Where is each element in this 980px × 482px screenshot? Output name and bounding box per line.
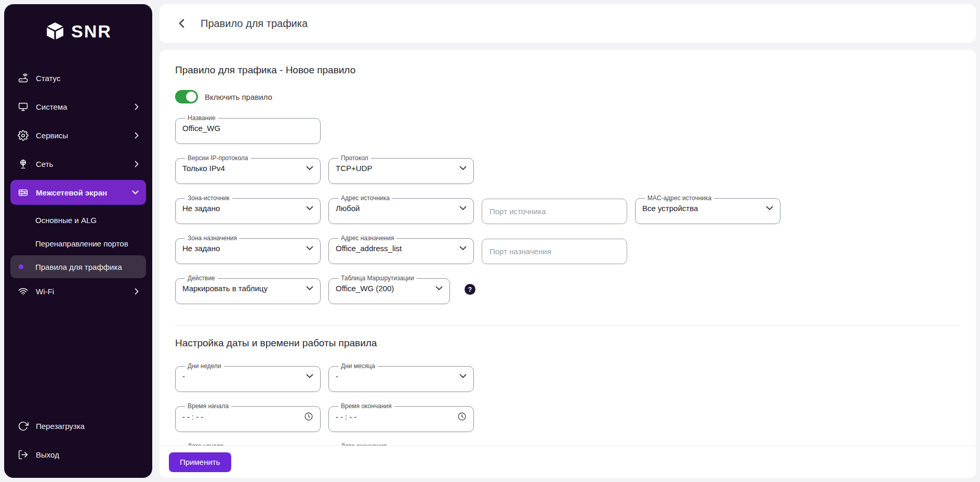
time-end-value: --:-- (336, 412, 359, 421)
source-zone-select[interactable]: Зона-источник Не задано (175, 194, 321, 224)
sidebar-bottom-menu: Перезагрузка Выход (4, 413, 152, 471)
action-value: Маркировать в таблицу (182, 284, 268, 293)
sidebar-item-system[interactable]: Система (10, 94, 146, 119)
sidebar-item-network[interactable]: Сеть (10, 151, 146, 176)
chevron-right-icon (135, 288, 139, 295)
rule-form-card: Правило для трафика - Новое правило Вклю… (160, 50, 976, 478)
ip-version-label: Версии IP-протокола (185, 154, 251, 162)
sidebar-item-reboot[interactable]: Перезагрузка (10, 413, 146, 438)
toggle-knob (186, 92, 196, 102)
apply-button[interactable]: Применить (169, 452, 231, 472)
name-field[interactable]: Название Office_WG (175, 114, 321, 144)
schedule-section-title: Настройка даты и времени работы правила (175, 337, 960, 349)
destination-address-select[interactable]: Адрес назначения Office_address_list (328, 235, 474, 264)
sidebar-item-services[interactable]: Сервисы (10, 123, 146, 148)
source-mac-label: MAC-адрес источника (645, 194, 714, 202)
chevron-down-icon (306, 246, 313, 251)
action-select[interactable]: Действие Маркировать в таблицу (175, 275, 321, 304)
routing-table-label: Таблица Маршрутизации (338, 275, 417, 282)
week-days-select[interactable]: Дни недели - (175, 362, 321, 392)
firewall-icon (18, 187, 29, 198)
help-icon[interactable]: ? (465, 284, 475, 295)
back-chevron-icon[interactable] (177, 19, 187, 28)
sidebar-item-label: Статус (36, 74, 60, 83)
destination-zone-value: Не задано (182, 244, 220, 253)
sidebar-item-label: Система (36, 102, 67, 111)
app-root: SNR Статус Система (0, 0, 980, 482)
routing-table-select[interactable]: Таблица Маршрутизации Office_WG (200) (328, 275, 450, 304)
ip-version-value: Только IPv4 (182, 164, 225, 173)
protocol-value: TCP+UDP (336, 164, 372, 173)
source-address-label: Адрес источника (338, 194, 392, 202)
action-label: Действие (185, 275, 218, 282)
form-footer: Применить (160, 446, 976, 478)
sidebar-item-label: Wi-Fi (36, 287, 54, 296)
month-days-select[interactable]: Дни месяца - (328, 362, 474, 392)
gear-icon (18, 130, 29, 141)
sidebar-item-logout[interactable]: Выход (10, 442, 146, 467)
sidebar-item-label: Сервисы (36, 131, 68, 140)
time-end-label: Время окончания (338, 402, 394, 410)
page-title: Правило для трафика (201, 18, 308, 30)
source-address-select[interactable]: Адрес источника Любой (328, 194, 474, 224)
sidebar-item-firewall[interactable]: Межсетевой экран (10, 180, 146, 205)
enable-rule-toggle[interactable] (175, 90, 198, 103)
sidebar-subitem-basic-alg[interactable]: Основные и ALG (10, 209, 146, 231)
source-zone-value: Не задано (182, 204, 220, 213)
sidebar-menu: Статус Система Сервисы (4, 66, 152, 307)
sidebar-item-wifi[interactable]: Wi-Fi (10, 279, 146, 304)
week-days-label: Дни недели (185, 362, 224, 370)
chevron-down-icon (132, 190, 139, 194)
destination-zone-select[interactable]: Зона назначения Не задано (175, 235, 321, 264)
sidebar-item-status[interactable]: Статус (10, 66, 146, 90)
globe-network-icon (18, 159, 29, 170)
sidebar-subitem-port-forwarding[interactable]: Перенаправление портов (10, 232, 146, 255)
logo-text: SNR (71, 21, 112, 42)
action-row: Действие Маркировать в таблицу Таблица М… (175, 275, 960, 304)
protocol-label: Протокол (338, 154, 371, 162)
clock-icon[interactable] (457, 412, 467, 421)
chevron-down-icon (306, 286, 313, 291)
sidebar-item-label: Основные и ALG (35, 216, 97, 225)
month-days-value: - (336, 372, 338, 381)
chevron-down-icon (459, 166, 467, 171)
name-field-value: Office_WG (182, 124, 220, 133)
source-row: Зона-источник Не задано Адрес источника … (175, 194, 960, 224)
sidebar-item-label: Перезагрузка (36, 422, 85, 431)
clock-icon[interactable] (304, 412, 313, 421)
source-mac-value: Все устройства (642, 204, 698, 213)
time-start-value: --:-- (182, 412, 205, 421)
destination-port-input[interactable] (482, 239, 627, 264)
chevron-down-icon (459, 246, 467, 251)
chevron-right-icon (135, 103, 139, 110)
time-start-field[interactable]: Время начала --:-- (175, 402, 321, 432)
sidebar-subitem-traffic-rules[interactable]: Правила для траффика (10, 255, 146, 278)
source-port-input[interactable] (482, 199, 627, 224)
name-field-label: Название (185, 114, 218, 122)
snr-cube-logo-icon (45, 21, 65, 42)
sidebar: SNR Статус Система (4, 4, 152, 478)
sidebar-item-label: Сеть (36, 160, 53, 168)
protocol-row: Версии IP-протокола Только IPv4 Протокол… (175, 154, 960, 184)
wifi-icon (18, 286, 29, 297)
sidebar-item-label: Перенаправление портов (35, 239, 128, 248)
ip-version-select[interactable]: Версии IP-протокола Только IPv4 (175, 154, 321, 184)
form-title: Правило для трафика - Новое правило (175, 64, 960, 76)
section-divider (175, 325, 960, 325)
main-content: Правило для трафика Правило для трафика … (160, 4, 976, 478)
chevron-down-icon (306, 374, 313, 379)
time-start-label: Время начала (185, 402, 231, 410)
chevron-right-icon (135, 161, 139, 167)
sidebar-item-label: Правила для траффика (35, 263, 122, 271)
source-mac-select[interactable]: MAC-адрес источника Все устройства (635, 194, 780, 224)
time-end-field[interactable]: Время окончания --:-- (328, 402, 474, 432)
router-icon (18, 73, 29, 84)
chevron-down-icon (306, 166, 313, 171)
source-zone-label: Зона-источник (185, 194, 232, 202)
destination-address-label: Адрес назначения (338, 235, 396, 242)
chevron-down-icon (306, 206, 313, 211)
time-row: Время начала --:-- Время окончания --:-- (175, 402, 960, 432)
routing-table-value: Office_WG (200) (336, 284, 394, 293)
protocol-select[interactable]: Протокол TCP+UDP (328, 154, 474, 184)
enable-rule-row: Включить правило (175, 90, 960, 103)
